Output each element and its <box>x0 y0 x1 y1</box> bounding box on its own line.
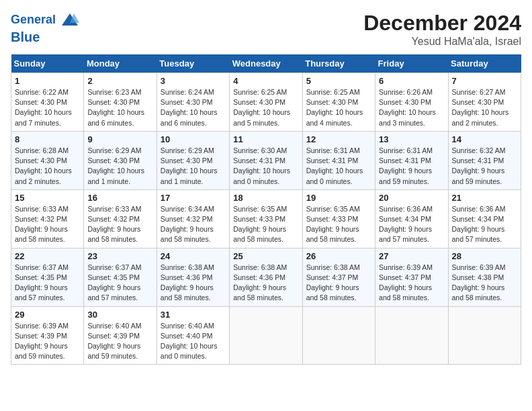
day-info: Sunrise: 6:38 AM Sunset: 4:36 PM Dayligh… <box>233 263 298 304</box>
day-info: Sunrise: 6:29 AM Sunset: 4:30 PM Dayligh… <box>87 146 152 187</box>
day-number: 24 <box>161 251 226 261</box>
day-number: 3 <box>161 76 226 86</box>
day-info: Sunrise: 6:38 AM Sunset: 4:36 PM Dayligh… <box>161 263 226 304</box>
day-info: Sunrise: 6:23 AM Sunset: 4:30 PM Dayligh… <box>87 87 152 128</box>
calendar-cell: 8Sunrise: 6:28 AM Sunset: 4:30 PM Daylig… <box>11 131 84 189</box>
calendar-cell: 10Sunrise: 6:29 AM Sunset: 4:30 PM Dayli… <box>157 131 229 189</box>
weekday-header-thursday: Thursday <box>302 54 375 73</box>
page-header: General Blue December 2024 Yesud HaMa'al… <box>11 11 521 48</box>
day-number: 20 <box>379 193 444 203</box>
day-info: Sunrise: 6:31 AM Sunset: 4:31 PM Dayligh… <box>379 146 444 187</box>
calendar-cell: 14Sunrise: 6:32 AM Sunset: 4:31 PM Dayli… <box>448 131 521 189</box>
day-number: 22 <box>15 251 80 261</box>
calendar-cell: 28Sunrise: 6:39 AM Sunset: 4:38 PM Dayli… <box>448 248 521 306</box>
calendar-cell: 29Sunrise: 6:39 AM Sunset: 4:39 PM Dayli… <box>11 306 84 365</box>
calendar-table: SundayMondayTuesdayWednesdayThursdayFrid… <box>11 54 521 365</box>
title-block: December 2024 Yesud HaMa'ala, Israel <box>363 11 521 48</box>
calendar-cell: 31Sunrise: 6:40 AM Sunset: 4:40 PM Dayli… <box>157 306 229 365</box>
logo-text: General <box>11 11 79 30</box>
day-info: Sunrise: 6:33 AM Sunset: 4:32 PM Dayligh… <box>87 204 152 245</box>
calendar-cell: 6Sunrise: 6:26 AM Sunset: 4:30 PM Daylig… <box>375 73 448 132</box>
day-info: Sunrise: 6:29 AM Sunset: 4:30 PM Dayligh… <box>161 146 226 187</box>
calendar-cell: 2Sunrise: 6:23 AM Sunset: 4:30 PM Daylig… <box>84 73 157 132</box>
day-number: 15 <box>15 193 80 203</box>
logo-blue-text: Blue <box>11 30 79 45</box>
day-number: 27 <box>379 251 444 261</box>
day-number: 9 <box>87 134 152 144</box>
week-row-4: 22Sunrise: 6:37 AM Sunset: 4:35 PM Dayli… <box>11 248 521 306</box>
calendar-cell: 30Sunrise: 6:40 AM Sunset: 4:39 PM Dayli… <box>84 306 157 365</box>
day-info: Sunrise: 6:24 AM Sunset: 4:30 PM Dayligh… <box>161 87 226 128</box>
day-number: 17 <box>161 193 226 203</box>
calendar-cell: 21Sunrise: 6:36 AM Sunset: 4:34 PM Dayli… <box>448 189 521 248</box>
weekday-header-friday: Friday <box>375 54 448 73</box>
day-number: 13 <box>379 134 444 144</box>
day-number: 23 <box>87 251 152 261</box>
day-info: Sunrise: 6:37 AM Sunset: 4:35 PM Dayligh… <box>87 263 152 304</box>
day-info: Sunrise: 6:22 AM Sunset: 4:30 PM Dayligh… <box>15 87 80 128</box>
calendar-cell: 12Sunrise: 6:31 AM Sunset: 4:31 PM Dayli… <box>302 131 375 189</box>
day-info: Sunrise: 6:32 AM Sunset: 4:31 PM Dayligh… <box>452 146 517 187</box>
weekday-header-saturday: Saturday <box>448 54 521 73</box>
calendar-cell: 13Sunrise: 6:31 AM Sunset: 4:31 PM Dayli… <box>375 131 448 189</box>
day-info: Sunrise: 6:35 AM Sunset: 4:33 PM Dayligh… <box>233 204 298 245</box>
day-number: 12 <box>306 134 371 144</box>
calendar-cell <box>302 306 375 365</box>
day-info: Sunrise: 6:39 AM Sunset: 4:39 PM Dayligh… <box>15 321 80 362</box>
calendar-cell: 4Sunrise: 6:25 AM Sunset: 4:30 PM Daylig… <box>230 73 302 132</box>
calendar-cell <box>448 306 521 365</box>
day-info: Sunrise: 6:26 AM Sunset: 4:30 PM Dayligh… <box>379 87 444 128</box>
day-info: Sunrise: 6:38 AM Sunset: 4:37 PM Dayligh… <box>306 263 371 304</box>
day-info: Sunrise: 6:36 AM Sunset: 4:34 PM Dayligh… <box>379 204 444 245</box>
day-info: Sunrise: 6:35 AM Sunset: 4:33 PM Dayligh… <box>306 204 371 245</box>
weekday-header-monday: Monday <box>84 54 157 73</box>
day-number: 16 <box>87 193 152 203</box>
day-number: 29 <box>15 310 80 320</box>
calendar-cell: 17Sunrise: 6:34 AM Sunset: 4:32 PM Dayli… <box>157 189 229 248</box>
week-row-2: 8Sunrise: 6:28 AM Sunset: 4:30 PM Daylig… <box>11 131 521 189</box>
calendar-cell <box>230 306 302 365</box>
calendar-cell: 23Sunrise: 6:37 AM Sunset: 4:35 PM Dayli… <box>84 248 157 306</box>
weekday-header-row: SundayMondayTuesdayWednesdayThursdayFrid… <box>11 54 521 73</box>
day-info: Sunrise: 6:34 AM Sunset: 4:32 PM Dayligh… <box>161 204 226 245</box>
day-number: 26 <box>306 251 371 261</box>
week-row-1: 1Sunrise: 6:22 AM Sunset: 4:30 PM Daylig… <box>11 73 521 132</box>
day-info: Sunrise: 6:39 AM Sunset: 4:37 PM Dayligh… <box>379 263 444 304</box>
calendar-cell: 5Sunrise: 6:25 AM Sunset: 4:30 PM Daylig… <box>302 73 375 132</box>
day-number: 30 <box>87 310 152 320</box>
day-info: Sunrise: 6:27 AM Sunset: 4:30 PM Dayligh… <box>452 87 517 128</box>
calendar-body: 1Sunrise: 6:22 AM Sunset: 4:30 PM Daylig… <box>11 73 521 365</box>
calendar-cell: 24Sunrise: 6:38 AM Sunset: 4:36 PM Dayli… <box>157 248 229 306</box>
calendar-cell: 20Sunrise: 6:36 AM Sunset: 4:34 PM Dayli… <box>375 189 448 248</box>
day-info: Sunrise: 6:30 AM Sunset: 4:31 PM Dayligh… <box>233 146 298 187</box>
day-info: Sunrise: 6:25 AM Sunset: 4:30 PM Dayligh… <box>306 87 371 128</box>
day-number: 2 <box>87 76 152 86</box>
calendar-cell: 11Sunrise: 6:30 AM Sunset: 4:31 PM Dayli… <box>230 131 302 189</box>
day-number: 8 <box>15 134 80 144</box>
day-number: 10 <box>161 134 226 144</box>
calendar-cell: 15Sunrise: 6:33 AM Sunset: 4:32 PM Dayli… <box>11 189 84 248</box>
calendar-cell: 26Sunrise: 6:38 AM Sunset: 4:37 PM Dayli… <box>302 248 375 306</box>
calendar-cell: 9Sunrise: 6:29 AM Sunset: 4:30 PM Daylig… <box>84 131 157 189</box>
calendar-cell: 3Sunrise: 6:24 AM Sunset: 4:30 PM Daylig… <box>157 73 229 132</box>
day-number: 21 <box>452 193 517 203</box>
calendar-cell: 22Sunrise: 6:37 AM Sunset: 4:35 PM Dayli… <box>11 248 84 306</box>
day-number: 5 <box>306 76 371 86</box>
day-number: 28 <box>452 251 517 261</box>
day-info: Sunrise: 6:28 AM Sunset: 4:30 PM Dayligh… <box>15 146 80 187</box>
day-info: Sunrise: 6:40 AM Sunset: 4:40 PM Dayligh… <box>161 321 226 362</box>
day-info: Sunrise: 6:33 AM Sunset: 4:32 PM Dayligh… <box>15 204 80 245</box>
calendar-cell: 19Sunrise: 6:35 AM Sunset: 4:33 PM Dayli… <box>302 189 375 248</box>
day-info: Sunrise: 6:25 AM Sunset: 4:30 PM Dayligh… <box>233 87 298 128</box>
day-number: 25 <box>233 251 298 261</box>
week-row-3: 15Sunrise: 6:33 AM Sunset: 4:32 PM Dayli… <box>11 189 521 248</box>
calendar-cell <box>375 306 448 365</box>
day-number: 1 <box>15 76 80 86</box>
day-number: 6 <box>379 76 444 86</box>
week-row-5: 29Sunrise: 6:39 AM Sunset: 4:39 PM Dayli… <box>11 306 521 365</box>
calendar-cell: 27Sunrise: 6:39 AM Sunset: 4:37 PM Dayli… <box>375 248 448 306</box>
calendar-cell: 18Sunrise: 6:35 AM Sunset: 4:33 PM Dayli… <box>230 189 302 248</box>
weekday-header-sunday: Sunday <box>11 54 84 73</box>
calendar-cell: 1Sunrise: 6:22 AM Sunset: 4:30 PM Daylig… <box>11 73 84 132</box>
logo: General Blue <box>11 11 79 45</box>
